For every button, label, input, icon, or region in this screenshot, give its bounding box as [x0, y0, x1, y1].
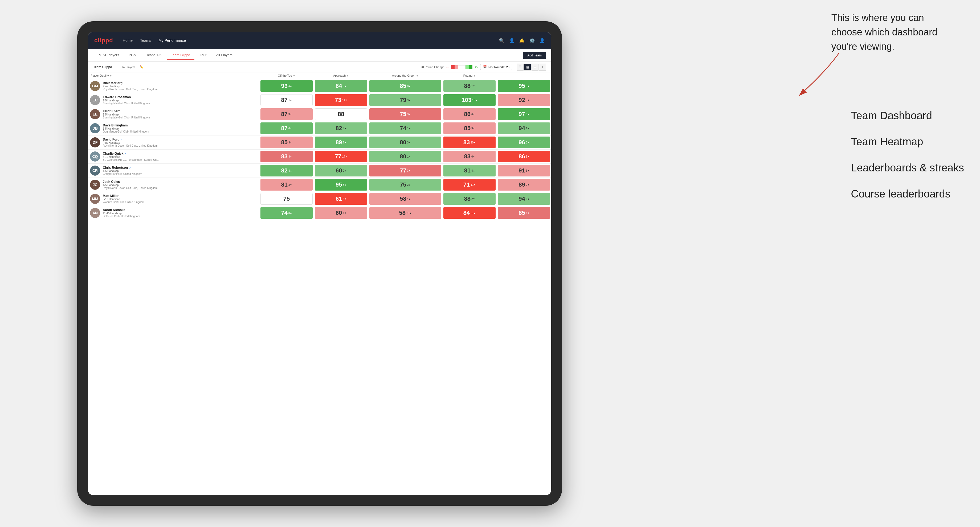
score-cell[interactable]: 92 3	[497, 93, 551, 107]
score-cell[interactable]: 79 9	[368, 93, 442, 107]
score-cell[interactable]: 93 4	[259, 79, 314, 93]
score-cell[interactable]: 86 8	[497, 149, 551, 163]
score-cell[interactable]: 88 2	[442, 192, 497, 206]
download-button[interactable]: ↓	[539, 63, 546, 71]
account-icon[interactable]: 👤	[539, 38, 545, 43]
table-row[interactable]: EE Elliot Ebert 1-5 Handicap Sunningdale…	[88, 107, 551, 121]
score-cell[interactable]: 95 8	[314, 178, 368, 192]
add-team-button[interactable]: Add Team	[523, 52, 546, 59]
score-cell[interactable]: 74 8	[259, 206, 314, 220]
score-cell[interactable]: 75	[259, 192, 314, 206]
score-cell[interactable]: 61 3	[314, 192, 368, 206]
player-name[interactable]: Aaron Nicholls	[103, 208, 140, 212]
score-cell[interactable]: 84 21	[442, 206, 497, 220]
score-cell[interactable]: 85 3	[442, 121, 497, 135]
score-cell[interactable]: 85 4	[497, 206, 551, 220]
score-cell[interactable]: 80 3	[368, 135, 442, 149]
score-cell[interactable]: 84 6	[314, 79, 368, 93]
score-cell[interactable]: 74 1	[368, 121, 442, 135]
settings-icon[interactable]: ⚙️	[530, 38, 535, 43]
nav-home[interactable]: Home	[123, 38, 133, 43]
nav-my-performance[interactable]: My Performance	[158, 38, 186, 43]
bell-icon[interactable]: 🔔	[519, 38, 525, 43]
table-row[interactable]: CQ Charlie Quick✓ 6-10 Handicap St. Geor…	[88, 149, 551, 163]
player-cell: CR Chris Robertson✓ 1-5 Handicap Craigmi…	[88, 163, 259, 178]
table-row[interactable]: DF David Ford✓ Plus Handicap Royal North…	[88, 135, 551, 149]
score-cell[interactable]: 91 3	[497, 163, 551, 178]
score-cell[interactable]: 80 1	[368, 149, 442, 163]
tab-tour[interactable]: Tour	[196, 51, 211, 60]
player-name[interactable]: Dave Billingham	[103, 124, 149, 127]
score-cell[interactable]: 71 11	[442, 178, 497, 192]
score-cell[interactable]: 60 2	[314, 163, 368, 178]
table-row[interactable]: DB Dave Billingham 1-5 Handicap Gog Mago…	[88, 121, 551, 135]
score-cell[interactable]: 73 11	[314, 93, 368, 107]
table-row[interactable]: MM Matt Miller 6-10 Handicap Woburn Golf…	[88, 192, 551, 206]
score-cell[interactable]: 77 14	[314, 149, 368, 163]
score-cell[interactable]: 97 5	[497, 107, 551, 121]
score-cell[interactable]: 96 3	[497, 135, 551, 149]
score-delta: 2	[407, 183, 410, 186]
player-name[interactable]: Chris Robertson✓	[103, 166, 142, 170]
score-delta: 3	[343, 197, 347, 200]
heatmap-view-button[interactable]: ⊞	[531, 63, 538, 71]
list-view-button[interactable]: ☰	[517, 63, 523, 71]
score-cell[interactable]: 88 1	[442, 79, 497, 93]
score-cell[interactable]: 82 4	[314, 121, 368, 135]
score-box: 89 2	[498, 179, 550, 190]
score-cell[interactable]: 83 10	[442, 135, 497, 149]
annotation-line2: choose which dashboard	[831, 27, 937, 38]
score-cell[interactable]: 94 3	[497, 192, 551, 206]
score-box: 94 1	[498, 122, 550, 134]
score-cell[interactable]: 60 1	[314, 206, 368, 220]
score-cell[interactable]: 83 6	[442, 149, 497, 163]
score-cell[interactable]: 88	[314, 107, 368, 121]
score-cell[interactable]: 95 9	[497, 79, 551, 93]
table-row[interactable]: JC Josh Coles 1-5 Handicap Royal North D…	[88, 178, 551, 192]
grid-view-button[interactable]: ▦	[524, 63, 531, 71]
score-cell[interactable]: 58 4	[368, 192, 442, 206]
score-cell[interactable]: 77 3	[368, 163, 442, 178]
score-delta: 1	[471, 85, 475, 87]
tab-hcaps[interactable]: Hcaps 1-5	[142, 51, 165, 60]
tab-pga[interactable]: PGA	[124, 51, 140, 60]
score-cell[interactable]: 103 15	[442, 93, 497, 107]
score-cell[interactable]: 87 1	[259, 93, 314, 107]
score-cell[interactable]: 75 3	[368, 107, 442, 121]
last-rounds-button[interactable]: 📅 Last Rounds: 20	[480, 64, 512, 70]
score-cell[interactable]: 81 3	[259, 178, 314, 192]
tab-team-clippd[interactable]: Team Clippd	[167, 51, 194, 60]
tab-all-players[interactable]: All Players	[212, 51, 237, 60]
tab-pgat-players[interactable]: PGAT Players	[93, 51, 123, 60]
score-cell[interactable]: 86 6	[442, 107, 497, 121]
score-cell[interactable]: 75 2	[368, 178, 442, 192]
score-cell[interactable]: 81 4	[442, 163, 497, 178]
table-row[interactable]: BM Blair McHarg Plus Handicap Royal Nort…	[88, 79, 551, 93]
table-row[interactable]: AN Aaron Nicholls 11-15 Handicap Drift G…	[88, 206, 551, 220]
table-row[interactable]: EC Edward Crossman 1-5 Handicap Sunningd…	[88, 93, 551, 107]
table-row[interactable]: CR Chris Robertson✓ 1-5 Handicap Craigmi…	[88, 163, 551, 178]
score-cell[interactable]: 85 3	[259, 135, 314, 149]
score-cell[interactable]: 83 3	[259, 149, 314, 163]
score-cell[interactable]: 82 3	[259, 163, 314, 178]
score-cell[interactable]: 89 7	[314, 135, 368, 149]
heat-light-red	[455, 65, 458, 69]
player-name[interactable]: Edward Crossman	[103, 95, 150, 99]
score-cell[interactable]: 94 1	[497, 121, 551, 135]
player-club: Drift Golf Club, United Kingdom	[103, 215, 140, 218]
score-cell[interactable]: 89 2	[497, 178, 551, 192]
nav-teams[interactable]: Teams	[140, 38, 151, 43]
score-cell[interactable]: 87 3	[259, 107, 314, 121]
player-name[interactable]: Elliot Ebert	[103, 110, 150, 113]
player-name[interactable]: Josh Coles	[103, 180, 158, 184]
player-name[interactable]: Matt Miller	[103, 194, 144, 198]
player-name[interactable]: Charlie Quick✓	[103, 152, 159, 156]
search-icon[interactable]: 🔍	[499, 38, 504, 43]
score-cell[interactable]: 85 8	[368, 79, 442, 93]
score-cell[interactable]: 58 10	[368, 206, 442, 220]
player-name[interactable]: David Ford✓	[103, 138, 158, 141]
edit-team-icon[interactable]: ✏️	[140, 65, 143, 69]
score-cell[interactable]: 87 4	[259, 121, 314, 135]
player-name[interactable]: Blair McHarg	[103, 81, 158, 85]
user-icon[interactable]: 👤	[509, 38, 514, 43]
